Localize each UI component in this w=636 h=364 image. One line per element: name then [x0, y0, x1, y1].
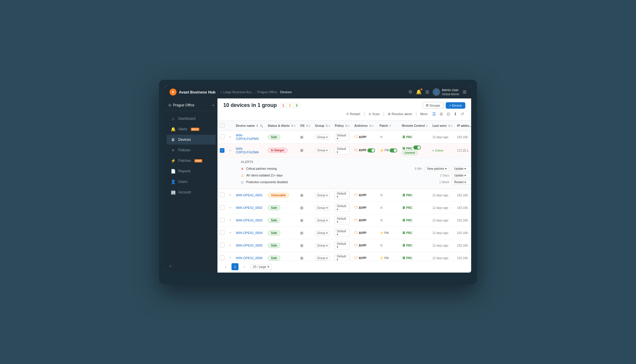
policy-select[interactable]: Default ▾	[335, 146, 350, 155]
policy-select[interactable]: Default ▾	[335, 216, 350, 224]
expand-button[interactable]: −	[229, 148, 231, 152]
expand-button[interactable]: +	[229, 231, 231, 235]
view-grid-button[interactable]: ⊟	[445, 111, 451, 117]
row-checkbox[interactable]: ✓	[220, 148, 224, 153]
sidebar-item-label: Devices	[178, 138, 191, 142]
sidebar-item-alerts[interactable]: 🔔 Alerts BETA	[167, 124, 216, 134]
policy-select[interactable]: Default ▾	[335, 204, 350, 212]
connect-button[interactable]: Connect	[402, 150, 418, 155]
device-link[interactable]: WIN-OPE42_0004	[236, 231, 262, 235]
group-select[interactable]: Group ▾	[315, 205, 330, 210]
expand-button[interactable]: +	[229, 206, 231, 210]
apps-icon[interactable]: ⊞	[425, 89, 429, 95]
row-checkbox[interactable]	[220, 205, 224, 210]
device-link[interactable]: WIN-OPE42_0003	[236, 219, 262, 222]
restart-alert-button[interactable]: Restart ▾	[452, 180, 471, 185]
th-device-name[interactable]: Device name ⇅ 🔍	[234, 121, 265, 131]
remote-toggle[interactable]	[413, 145, 421, 150]
prev-page-button[interactable]: ‹	[222, 263, 229, 270]
row-checkbox[interactable]	[220, 243, 224, 247]
patch-pm: ⚡ PM	[380, 148, 397, 152]
th-os[interactable]: OS ⇅▾	[298, 121, 313, 131]
view-compact-button[interactable]: ⊞	[438, 111, 444, 117]
th-policy[interactable]: Policy ⇅▾	[332, 121, 352, 131]
expand-button[interactable]: +	[229, 243, 231, 247]
next-page-button[interactable]: ›	[241, 263, 248, 270]
policy-select[interactable]: Default ▾	[335, 229, 350, 237]
per-page-select[interactable]: 25 / page ▾	[250, 264, 272, 270]
av-toggle[interactable]	[367, 148, 375, 152]
sidebar-item-dashboard[interactable]: ⌂ Dashboard	[167, 114, 216, 124]
expand-button[interactable]: +	[229, 135, 231, 139]
th-antivirus[interactable]: Antivirus ⇅▾	[352, 121, 377, 131]
group-select[interactable]: Group ▾	[315, 135, 330, 140]
policy-select[interactable]: Default ▾	[335, 254, 350, 261]
expand-button[interactable]: +	[229, 193, 231, 197]
header-checkbox[interactable]	[220, 123, 224, 128]
refresh-button[interactable]: ↺	[459, 111, 465, 117]
sidebar-item-reports[interactable]: 📄 Reports	[167, 166, 216, 176]
device-link[interactable]: WIN-OPE42_0002	[236, 206, 262, 209]
row-checkbox[interactable]	[220, 255, 224, 260]
expand-button[interactable]: +	[229, 256, 231, 260]
user-info: Admin User Global Admin	[442, 88, 459, 96]
breadcrumb-org[interactable]: Large Business Acc...	[223, 90, 254, 94]
cell-remote: 🖥 PRC Connect	[400, 143, 430, 157]
sidebar-item-policies[interactable]: ≡ Policies	[167, 145, 216, 155]
th-status[interactable]: Status & Alerts ⇅▾	[265, 121, 298, 131]
group-select[interactable]: Group ▾	[315, 218, 330, 223]
group-select[interactable]: Group ▾	[315, 230, 330, 235]
account-icon: 🏢	[171, 190, 175, 195]
sidebar-item-devices[interactable]: 🖥 Devices	[167, 135, 216, 145]
view-patches-button[interactable]: View patches ▾	[424, 166, 449, 171]
notifications-icon[interactable]: 🔔	[416, 89, 422, 95]
th-remote[interactable]: Remote Control ▾	[400, 121, 430, 131]
breadcrumb-office[interactable]: Prague Office	[257, 90, 277, 94]
group-select[interactable]: Group ▾	[315, 256, 330, 261]
sidebar-item-account[interactable]: 🏢 Account	[167, 187, 216, 197]
policy-select[interactable]: Default ▾	[335, 191, 350, 199]
device-link[interactable]: WIN-OPE42_0001	[236, 193, 262, 197]
th-patch[interactable]: Patch ▾	[377, 121, 400, 131]
update-button[interactable]: Update ▾	[452, 166, 471, 171]
th-group[interactable]: Group ⇅▾	[313, 121, 332, 131]
row-checkbox[interactable]	[220, 134, 224, 139]
settings-icon[interactable]: ⚙	[408, 89, 412, 95]
group-select[interactable]: Group ▾	[315, 193, 330, 198]
grid-icon[interactable]: ⊞	[463, 89, 466, 95]
policy-select[interactable]: Default ▾	[335, 241, 350, 249]
scan-button[interactable]: ⊙ Scan	[369, 112, 380, 116]
policy-select[interactable]: Default ▾	[335, 133, 350, 141]
view-list-button[interactable]: ☰	[431, 111, 437, 117]
restart-button[interactable]: ↺ Restart	[346, 112, 360, 116]
page-1-button[interactable]: 1	[231, 263, 238, 270]
row-checkbox[interactable]	[220, 230, 224, 235]
sidebar-item-users[interactable]: 👤 Users	[167, 177, 216, 187]
table-header: Device name ⇅ 🔍 Status & Alerts ⇅▾ OS ⇅▾…	[217, 121, 471, 131]
device-link[interactable]: WIN-OPE42_0006	[236, 256, 262, 260]
th-last-seen[interactable]: Last seen ⇅▾	[430, 121, 454, 131]
update-av-button[interactable]: Update ▾	[452, 173, 471, 178]
expand-button[interactable]: +	[229, 218, 231, 222]
row-checkbox[interactable]	[220, 218, 224, 222]
sidebar-collapse-button[interactable]: «	[165, 259, 217, 273]
add-device-button[interactable]: + Device	[446, 102, 465, 109]
download-button[interactable]: ⬇	[452, 111, 458, 117]
patch-disabled-icon: ✕	[380, 205, 383, 210]
sidebar-org-name: Prague Office	[173, 103, 211, 107]
scan-icon: ⊙	[369, 112, 371, 116]
patch-toggle[interactable]	[390, 148, 397, 152]
sidebar-org[interactable]: ⊞ Prague Office ▾	[165, 101, 217, 111]
groups-button[interactable]: ⊞ Groups	[423, 102, 443, 109]
sidebar-item-patches[interactable]: ⚡ Patches NEW	[167, 156, 216, 166]
group-select[interactable]: Group ▾	[315, 243, 330, 248]
more-button[interactable]: More	[420, 112, 428, 116]
row-checkbox[interactable]	[220, 193, 224, 197]
th-ip[interactable]: IP addre... ⊞	[455, 121, 471, 131]
device-link[interactable]: WIN-OPE42_0005	[236, 244, 262, 247]
device-link[interactable]: WIN-O3POLFGIZMA	[236, 147, 259, 154]
cell-ip: 192.168..	[455, 131, 471, 143]
device-link[interactable]: WIN-O3POLFGIPMS	[236, 134, 259, 141]
group-select[interactable]: Group ▾	[315, 148, 330, 153]
resolve-alerts-button[interactable]: ⊕ Resolve alerts	[388, 112, 412, 116]
